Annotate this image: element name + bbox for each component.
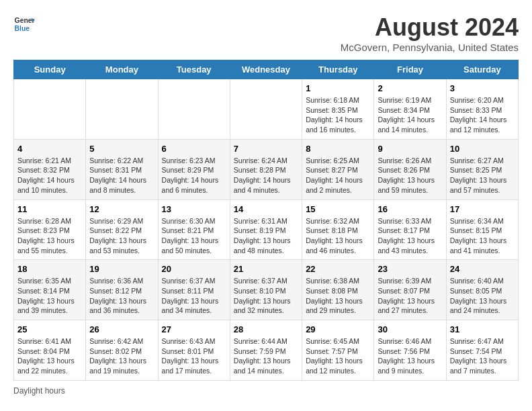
column-header-thursday: Thursday (302, 60, 374, 79)
day-number: 11 (17, 204, 82, 214)
day-info: Sunrise: 6:39 AMSunset: 8:07 PMDaylight:… (378, 276, 442, 316)
day-number: 20 (162, 264, 226, 274)
day-info: Sunrise: 6:20 AMSunset: 8:33 PMDaylight:… (450, 95, 515, 135)
day-number: 19 (89, 264, 154, 274)
day-cell: 22Sunrise: 6:38 AMSunset: 8:08 PMDayligh… (302, 260, 374, 320)
day-cell: 2Sunrise: 6:19 AMSunset: 8:34 PMDaylight… (374, 79, 446, 140)
column-header-wednesday: Wednesday (230, 60, 302, 79)
day-cell: 9Sunrise: 6:26 AMSunset: 8:26 PMDaylight… (374, 139, 446, 199)
day-info: Sunrise: 6:29 AMSunset: 8:22 PMDaylight:… (89, 216, 154, 256)
day-info: Sunrise: 6:19 AMSunset: 8:34 PMDaylight:… (378, 95, 442, 135)
day-number: 1 (306, 83, 370, 93)
header-row: SundayMondayTuesdayWednesdayThursdayFrid… (14, 60, 519, 79)
day-info: Sunrise: 6:46 AMSunset: 7:56 PMDaylight:… (378, 336, 442, 376)
day-cell: 13Sunrise: 6:30 AMSunset: 8:21 PMDayligh… (158, 199, 230, 260)
day-cell: 4Sunrise: 6:21 AMSunset: 8:32 PMDaylight… (14, 139, 86, 199)
subtitle: McGovern, Pennsylvania, United States (341, 42, 519, 53)
day-number: 18 (17, 264, 82, 274)
week-row-3: 11Sunrise: 6:28 AMSunset: 8:23 PMDayligh… (14, 199, 519, 260)
day-info: Sunrise: 6:35 AMSunset: 8:14 PMDaylight:… (17, 276, 82, 316)
day-cell (14, 79, 86, 140)
day-cell: 6Sunrise: 6:23 AMSunset: 8:29 PMDaylight… (158, 139, 230, 199)
day-cell: 7Sunrise: 6:24 AMSunset: 8:28 PMDaylight… (230, 139, 302, 199)
day-number: 14 (234, 204, 298, 214)
main-title: August 2024 (341, 13, 519, 42)
day-number: 26 (89, 324, 154, 334)
day-number: 16 (378, 204, 442, 214)
column-header-tuesday: Tuesday (158, 60, 230, 79)
day-info: Sunrise: 6:25 AMSunset: 8:27 PMDaylight:… (306, 156, 370, 195)
day-cell: 31Sunrise: 6:47 AMSunset: 7:54 PMDayligh… (446, 320, 518, 381)
day-info: Sunrise: 6:24 AMSunset: 8:28 PMDaylight:… (234, 156, 298, 195)
day-cell: 16Sunrise: 6:33 AMSunset: 8:17 PMDayligh… (374, 199, 446, 260)
day-info: Sunrise: 6:26 AMSunset: 8:26 PMDaylight:… (378, 156, 442, 195)
day-number: 4 (17, 144, 82, 154)
day-number: 28 (234, 324, 298, 334)
logo-icon: General Blue (13, 13, 35, 35)
day-cell: 10Sunrise: 6:27 AMSunset: 8:25 PMDayligh… (446, 139, 518, 199)
day-number: 7 (234, 144, 298, 154)
day-info: Sunrise: 6:42 AMSunset: 8:02 PMDaylight:… (89, 336, 154, 376)
day-info: Sunrise: 6:36 AMSunset: 8:12 PMDaylight:… (89, 276, 154, 316)
day-number: 13 (162, 204, 226, 214)
day-number: 6 (162, 144, 226, 154)
day-number: 29 (306, 324, 370, 334)
column-header-friday: Friday (374, 60, 446, 79)
day-info: Sunrise: 6:44 AMSunset: 7:59 PMDaylight:… (234, 336, 298, 376)
day-number: 24 (450, 264, 515, 274)
day-info: Sunrise: 6:37 AMSunset: 8:11 PMDaylight:… (162, 276, 226, 316)
day-number: 5 (89, 144, 154, 154)
day-number: 8 (306, 144, 370, 154)
day-number: 23 (378, 264, 442, 274)
column-header-sunday: Sunday (14, 60, 86, 79)
title-area: August 2024 McGovern, Pennsylvania, Unit… (341, 13, 519, 53)
day-info: Sunrise: 6:41 AMSunset: 8:04 PMDaylight:… (17, 336, 82, 376)
day-cell (230, 79, 302, 140)
day-cell (158, 79, 230, 140)
day-cell: 3Sunrise: 6:20 AMSunset: 8:33 PMDaylight… (446, 79, 518, 140)
week-row-1: 1Sunrise: 6:18 AMSunset: 8:35 PMDaylight… (14, 79, 519, 140)
day-cell: 20Sunrise: 6:37 AMSunset: 8:11 PMDayligh… (158, 260, 230, 320)
day-info: Sunrise: 6:32 AMSunset: 8:18 PMDaylight:… (306, 216, 370, 256)
logo: General Blue (13, 13, 35, 35)
day-info: Sunrise: 6:21 AMSunset: 8:32 PMDaylight:… (17, 156, 82, 195)
calendar-table: SundayMondayTuesdayWednesdayThursdayFrid… (13, 60, 519, 381)
day-cell: 25Sunrise: 6:41 AMSunset: 8:04 PMDayligh… (14, 320, 86, 381)
day-info: Sunrise: 6:31 AMSunset: 8:19 PMDaylight:… (234, 216, 298, 256)
day-cell: 30Sunrise: 6:46 AMSunset: 7:56 PMDayligh… (374, 320, 446, 381)
day-number: 15 (306, 204, 370, 214)
day-cell: 23Sunrise: 6:39 AMSunset: 8:07 PMDayligh… (374, 260, 446, 320)
day-cell: 8Sunrise: 6:25 AMSunset: 8:27 PMDaylight… (302, 139, 374, 199)
day-cell: 28Sunrise: 6:44 AMSunset: 7:59 PMDayligh… (230, 320, 302, 381)
day-number: 25 (17, 324, 82, 334)
day-info: Sunrise: 6:23 AMSunset: 8:29 PMDaylight:… (162, 156, 226, 195)
day-cell: 11Sunrise: 6:28 AMSunset: 8:23 PMDayligh… (14, 199, 86, 260)
day-number: 17 (450, 204, 515, 214)
day-cell (86, 79, 158, 140)
day-info: Sunrise: 6:27 AMSunset: 8:25 PMDaylight:… (450, 156, 515, 195)
week-row-5: 25Sunrise: 6:41 AMSunset: 8:04 PMDayligh… (14, 320, 519, 381)
day-cell: 15Sunrise: 6:32 AMSunset: 8:18 PMDayligh… (302, 199, 374, 260)
day-cell: 1Sunrise: 6:18 AMSunset: 8:35 PMDaylight… (302, 79, 374, 140)
day-cell: 12Sunrise: 6:29 AMSunset: 8:22 PMDayligh… (86, 199, 158, 260)
day-info: Sunrise: 6:47 AMSunset: 7:54 PMDaylight:… (450, 336, 515, 376)
page-header: General Blue August 2024 McGovern, Penns… (13, 13, 519, 53)
day-cell: 19Sunrise: 6:36 AMSunset: 8:12 PMDayligh… (86, 260, 158, 320)
day-info: Sunrise: 6:33 AMSunset: 8:17 PMDaylight:… (378, 216, 442, 256)
day-cell: 17Sunrise: 6:34 AMSunset: 8:15 PMDayligh… (446, 199, 518, 260)
day-number: 22 (306, 264, 370, 274)
day-info: Sunrise: 6:18 AMSunset: 8:35 PMDaylight:… (306, 95, 370, 135)
day-number: 27 (162, 324, 226, 334)
day-info: Sunrise: 6:45 AMSunset: 7:57 PMDaylight:… (306, 336, 370, 376)
day-info: Sunrise: 6:28 AMSunset: 8:23 PMDaylight:… (17, 216, 82, 256)
column-header-monday: Monday (86, 60, 158, 79)
day-cell: 18Sunrise: 6:35 AMSunset: 8:14 PMDayligh… (14, 260, 86, 320)
day-info: Sunrise: 6:40 AMSunset: 8:05 PMDaylight:… (450, 276, 515, 316)
day-number: 12 (89, 204, 154, 214)
day-number: 30 (378, 324, 442, 334)
day-info: Sunrise: 6:37 AMSunset: 8:10 PMDaylight:… (234, 276, 298, 316)
day-number: 21 (234, 264, 298, 274)
day-cell: 24Sunrise: 6:40 AMSunset: 8:05 PMDayligh… (446, 260, 518, 320)
day-info: Sunrise: 6:22 AMSunset: 8:31 PMDaylight:… (89, 156, 154, 195)
day-number: 2 (378, 83, 442, 93)
